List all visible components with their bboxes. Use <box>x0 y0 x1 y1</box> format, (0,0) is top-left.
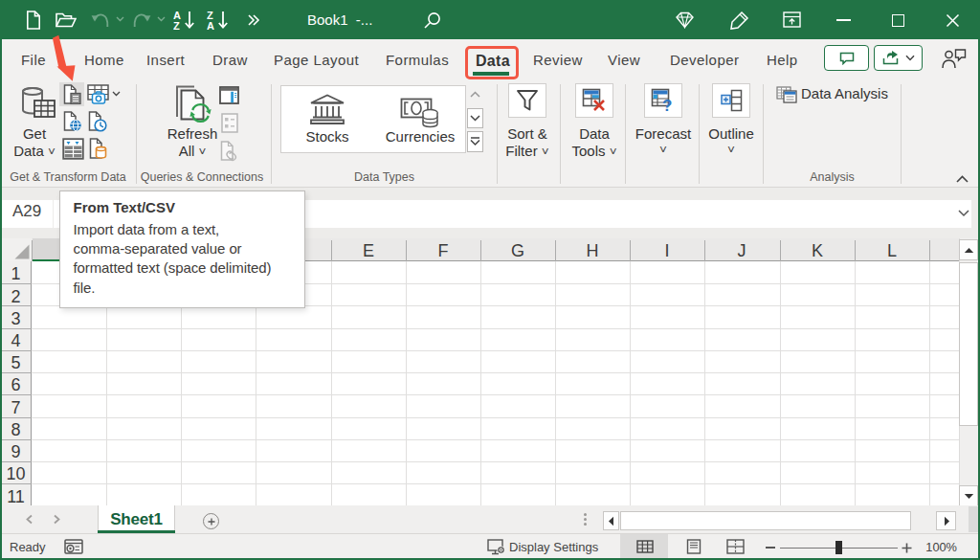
svg-text:Z: Z <box>207 10 213 21</box>
svg-text:A: A <box>173 10 181 21</box>
svg-text:A: A <box>207 20 214 31</box>
svg-text:Z: Z <box>173 20 180 31</box>
svg-text:?: ? <box>662 97 672 113</box>
